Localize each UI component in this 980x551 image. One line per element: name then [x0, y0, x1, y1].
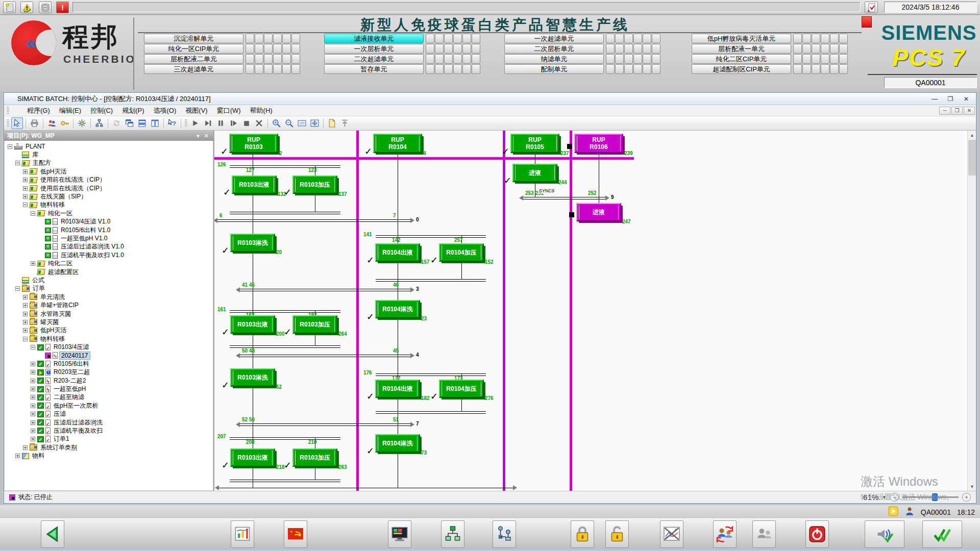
sfc-step-s14[interactable]: R0103加压✓263: [292, 448, 337, 467]
export-icon[interactable]: [339, 117, 351, 129]
unit-button-一次超滤单元[interactable]: 一次超滤单元: [504, 34, 604, 43]
zoom-fit-icon[interactable]: [309, 117, 321, 129]
tree-label[interactable]: 在线灭菌（SIP）: [39, 192, 88, 201]
sfc-step-s11[interactable]: R0104加压✓276: [439, 380, 484, 398]
tree-label[interactable]: 压滤: [52, 410, 67, 418]
tree-label[interactable]: 单元清洗: [39, 293, 66, 302]
tree-label[interactable]: 低pH至一次层析: [52, 402, 100, 410]
sfc-step-s6[interactable]: R0104淋洗✓23: [375, 300, 420, 318]
tree-item-20240117[interactable]: 20240117: [6, 352, 213, 360]
tree-item-R0105/6出料[interactable]: +R0105/6出料: [6, 360, 213, 368]
sfc-step-s12[interactable]: R0104淋洗✓73: [375, 434, 420, 453]
tree-item-压滤机平衡及吹扫 V1.0[interactable]: 压滤机平衡及吹扫 V1.0: [6, 251, 213, 259]
tree-label[interactable]: 罐灭菌: [39, 318, 60, 327]
sfc-step-s8[interactable]: R0103加压✓264: [292, 315, 337, 334]
cancel-icon[interactable]: [253, 117, 265, 129]
expand-icon[interactable]: +: [31, 370, 35, 374]
expand-icon[interactable]: +: [23, 169, 28, 174]
tree-label[interactable]: 压滤后过滤器润洗: [52, 418, 104, 427]
lock-open-icon[interactable]: [605, 520, 629, 548]
expand-icon[interactable]: +: [31, 420, 35, 425]
tree-item-系统订单类别[interactable]: +系统订单类别: [6, 443, 213, 452]
acknowledge-icon[interactable]: [865, 2, 878, 13]
tree-label[interactable]: 压滤后过滤器润洗 V1.0: [59, 242, 126, 251]
tree-label[interactable]: 水管路灭菌: [39, 310, 72, 318]
tree-item-水管路灭菌[interactable]: +水管路灭菌: [6, 310, 213, 318]
tree-item-罐灭菌[interactable]: +罐灭菌: [6, 318, 213, 326]
users-icon[interactable]: [46, 117, 58, 129]
sfc-step-rup-r0105[interactable]: RUPR0105✓237: [510, 134, 559, 153]
expand-icon[interactable]: +: [23, 186, 28, 191]
unit-button-配制单元[interactable]: 配制单元: [504, 64, 604, 74]
mdi-restore-icon[interactable]: ❐: [951, 107, 963, 115]
tree-label[interactable]: 库: [31, 151, 40, 159]
process-icon[interactable]: [231, 520, 254, 548]
zoom-in-icon[interactable]: [271, 117, 282, 129]
help-icon[interactable]: ?: [166, 117, 178, 129]
tree-item-物料转移[interactable]: −物料转移: [6, 335, 213, 343]
screen-icon[interactable]: [388, 520, 411, 548]
collapse-icon[interactable]: −: [15, 161, 20, 165]
vertical-scrollbar[interactable]: ▲ ▼: [967, 131, 976, 491]
tree-item-超滤配置区[interactable]: 超滤配置区: [6, 268, 213, 276]
tree-label[interactable]: 使用前在线清洗（CIP）: [39, 176, 107, 184]
sfc-step-s10[interactable]: R0104出液✓182: [375, 380, 420, 398]
expand-icon[interactable]: +: [23, 312, 28, 316]
unit-button-纯化二区CIP单元[interactable]: 纯化二区CIP单元: [692, 54, 791, 64]
tree-item-压滤后过滤器润洗[interactable]: +压滤后过滤器润洗: [6, 418, 213, 427]
expand-icon[interactable]: +: [23, 328, 28, 333]
tree-label[interactable]: R0103/4压滤: [52, 343, 90, 352]
expand-icon[interactable]: +: [31, 379, 35, 383]
collapse-icon[interactable]: −: [15, 286, 20, 291]
zoom-out-button[interactable]: −: [890, 493, 899, 502]
unit-button-纯化一区CIP单元[interactable]: 纯化一区CIP单元: [144, 44, 243, 54]
tree-item-PLANT[interactable]: −PLANT: [6, 142, 213, 151]
scroll-up-icon[interactable]: ▲: [968, 131, 976, 139]
tree-item-R0103/4压滤[interactable]: −R0103/4压滤: [6, 343, 213, 351]
close-button[interactable]: ✕: [959, 94, 974, 104]
sfc-step-s13[interactable]: R0103出液✓218: [230, 448, 275, 467]
journal-icon[interactable]: [3, 2, 16, 13]
tree-label[interactable]: 订单1: [52, 435, 71, 443]
tree-item-二超至纳滤[interactable]: +二超至纳滤: [6, 393, 213, 402]
menu-视图[interactable]: 视图(V): [181, 105, 212, 116]
expand-icon[interactable]: +: [31, 261, 35, 266]
unit-button-低pH孵放病毒灭活单元[interactable]: 低pH孵放病毒灭活单元: [692, 34, 791, 43]
tree-item-使用前在线清洗（CIP）[interactable]: +使用前在线清洗（CIP）: [6, 176, 213, 184]
play-icon[interactable]: [189, 117, 201, 129]
tree-item-使用后在线清洗（CIP）[interactable]: +使用后在线清洗（CIP）: [6, 184, 213, 192]
zoom-slider[interactable]: [902, 496, 959, 498]
expand-icon[interactable]: +: [23, 445, 28, 450]
zoom-slider-thumb[interactable]: [932, 493, 938, 501]
tree-item-单罐+管路CIP[interactable]: +单罐+管路CIP: [6, 301, 213, 309]
menu-程序[interactable]: 程序(G): [22, 105, 55, 116]
sfc-step-s7[interactable]: R0103出液✓200: [230, 315, 275, 334]
tree-item-纯化二区[interactable]: +纯化二区: [6, 259, 213, 267]
menu-控制[interactable]: 控制(C): [86, 105, 117, 116]
unit-button-沉淀溶解单元[interactable]: 沉淀溶解单元: [144, 34, 243, 43]
print-icon[interactable]: [29, 117, 40, 129]
trend-icon[interactable]: [660, 520, 683, 548]
collapse-icon[interactable]: −: [8, 144, 12, 149]
collapse-icon[interactable]: −: [31, 345, 35, 349]
tree-label[interactable]: R0105/6出料: [52, 360, 90, 368]
unit-button-层析配液一单元[interactable]: 层析配液一单元: [692, 44, 791, 54]
tree-item-一超至低pH V1.0[interactable]: 一超至低pH V1.0: [6, 234, 213, 242]
zoom-in-button[interactable]: +: [962, 493, 971, 502]
panel-dropdown-icon[interactable]: ▾: [194, 133, 202, 139]
tree-item-库[interactable]: 库: [6, 151, 213, 159]
tree-label[interactable]: 主配方: [31, 159, 53, 167]
warning-icon[interactable]: [20, 2, 33, 13]
key-icon[interactable]: [59, 117, 70, 129]
tree-label[interactable]: 20240117: [59, 352, 90, 360]
zoom-out-icon[interactable]: [283, 117, 295, 129]
step-in-icon[interactable]: [202, 117, 214, 129]
toolbar-grip[interactable]: [185, 119, 187, 128]
menubar-grip[interactable]: [7, 107, 9, 115]
tree-label[interactable]: R0203至二超: [52, 368, 91, 377]
tree-label[interactable]: R203-二超2: [52, 377, 87, 385]
tree-item-压滤后过滤器润洗 V1.0[interactable]: 压滤后过滤器润洗 V1.0: [6, 243, 213, 251]
menu-选项[interactable]: 选项(O): [149, 105, 181, 116]
plan-icon[interactable]: [93, 117, 105, 129]
expand-icon[interactable]: +: [15, 454, 20, 458]
